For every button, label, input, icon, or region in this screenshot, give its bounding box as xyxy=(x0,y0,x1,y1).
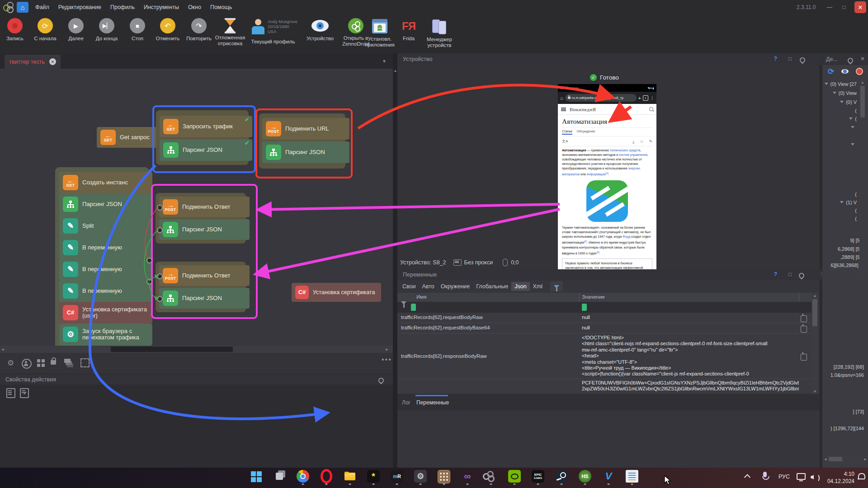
filter-button[interactable] xyxy=(550,282,563,291)
port-dot[interactable] xyxy=(157,296,163,302)
flow-node-replace-url[interactable]: →POST Подменить URL xyxy=(262,118,349,140)
pin-icon[interactable] xyxy=(848,58,853,65)
tree-node[interactable]: ] [73] xyxy=(853,409,864,414)
tab-auto[interactable]: Авто xyxy=(419,282,437,291)
menu-window[interactable]: Окно xyxy=(184,1,206,13)
scroll-right-icon[interactable]: ► xyxy=(385,347,389,352)
scroll-left-icon[interactable]: ◄ xyxy=(822,457,829,461)
scroll-up-icon[interactable]: ▲ xyxy=(393,68,397,73)
star-icon[interactable]: ☆ xyxy=(640,139,643,144)
name-filter-input[interactable] xyxy=(411,304,416,311)
settings-gear-icon[interactable]: ⚙ xyxy=(414,470,427,485)
device-view-button[interactable]: Устройство xyxy=(304,18,336,42)
port-dot[interactable] xyxy=(157,205,163,211)
microphone-icon[interactable] xyxy=(762,472,768,482)
minimize-button[interactable]: — xyxy=(825,4,835,11)
scroll-thumb[interactable] xyxy=(111,347,233,352)
tree-node[interactable]: (0) View xyxy=(833,90,857,96)
calculator-icon[interactable] xyxy=(438,470,450,485)
visual-studio-icon[interactable]: ∞ xyxy=(461,470,474,485)
table-row[interactable]: trafficRecords[62].responseBodyRaw <!DOC… xyxy=(397,333,811,379)
panel-splitter[interactable] xyxy=(393,53,397,468)
tree-node[interactable]: [228,192] [68] xyxy=(834,364,864,370)
copy-icon[interactable] xyxy=(802,314,803,322)
tab-close-icon[interactable]: ✕ xyxy=(49,58,56,65)
column-value[interactable]: Значение xyxy=(582,294,605,300)
frida-button[interactable]: FЯ Frida xyxy=(398,18,420,42)
steam-icon[interactable] xyxy=(555,470,568,485)
copy-icon[interactable] xyxy=(802,324,803,333)
grid-icon[interactable] xyxy=(37,359,40,362)
speaker-icon[interactable] xyxy=(810,473,819,480)
scroll-thumb[interactable] xyxy=(812,299,817,326)
restart-button[interactable]: ⟳ С начала xyxy=(30,18,61,42)
url-pill[interactable]: ru.m.wikipedia.org/wiki/Ручной_тр xyxy=(565,94,637,102)
tab-talk[interactable]: Обсуждение xyxy=(577,129,595,135)
scroll-up-icon[interactable]: ▲ xyxy=(859,80,866,85)
layers-icon[interactable] xyxy=(64,359,71,363)
pin-icon[interactable] xyxy=(799,273,804,280)
menu-file[interactable]: Файл xyxy=(31,1,54,13)
filter-funnel-icon[interactable] xyxy=(401,305,406,313)
scroll-left-icon[interactable]: ◄ xyxy=(1,347,5,352)
language-icon[interactable]: 文A xyxy=(562,139,568,144)
deferred-render-button[interactable]: Отложенная отрисовка xyxy=(214,18,246,46)
flow-node-create-instance[interactable]: ←GET Создать инстанс xyxy=(59,172,152,193)
tree-node[interactable]: 6][636,2868] [5 xyxy=(831,263,864,268)
tab-article[interactable]: Статья xyxy=(562,129,572,135)
value-filter-input[interactable] xyxy=(582,304,587,311)
port-dot[interactable] xyxy=(157,273,163,279)
tab-project[interactable]: твиттер тесть ✕ xyxy=(5,55,61,69)
record-button[interactable]: Запись xyxy=(5,18,25,42)
installed-apps-button[interactable]: Установл. приложения xyxy=(362,18,398,47)
flow-node-parse-json-m1[interactable]: Парсинг JSON xyxy=(159,219,250,240)
tree-node[interactable]: 1.0&rpsnv=166 xyxy=(830,372,864,378)
undo-button[interactable]: ↶ Отменить xyxy=(153,18,183,42)
tab-xml[interactable]: Xml xyxy=(530,282,546,291)
redo-button[interactable]: ↷ Повторить xyxy=(184,18,214,42)
network-icon[interactable] xyxy=(797,473,806,480)
explorer-icon[interactable] xyxy=(344,470,356,485)
table-row[interactable]: PCFET0NUWVBFIGh0bWw+CjxodG1sIGNsYXNzPSJj… xyxy=(397,379,811,394)
tree-node[interactable]: ( xyxy=(855,216,857,221)
phone-url-bar[interactable]: ⌂ ru.m.wikipedia.org/wiki/Ручной_тр + 1 … xyxy=(558,92,656,104)
maximize-button[interactable]: □ xyxy=(839,4,849,11)
settings-gear-icon[interactable]: ⚙ xyxy=(7,358,14,368)
table-row[interactable]: trafficRecords[62].requestBodyRaw null xyxy=(397,313,811,323)
flow-node-parse-json[interactable]: Парсинг JSON xyxy=(59,193,152,215)
edit-pencil-icon[interactable]: ✎ xyxy=(649,139,652,144)
help-icon[interactable]: ? xyxy=(774,271,777,277)
column-name[interactable]: Имя xyxy=(416,294,426,300)
menu-tools[interactable]: Инструменты xyxy=(139,1,184,13)
copy-icon[interactable] xyxy=(802,352,803,361)
tree-node[interactable]: ( xyxy=(855,192,857,197)
variables-vscrollbar[interactable]: ▲ ▼ xyxy=(811,293,818,395)
flow-node-request-traffic[interactable]: ←GET Запросить трафик ✔ xyxy=(160,116,252,137)
run-to-end-button[interactable]: ▶▏ До конца xyxy=(92,18,121,42)
task-view-button[interactable] xyxy=(273,470,286,485)
flow-node-launch-browser[interactable]: ⚙ Запуск браузера с перехватом трафика xyxy=(59,324,152,345)
step-button[interactable]: ▶ Далее xyxy=(64,18,88,42)
epic-games-icon[interactable]: EPICGAMES xyxy=(532,470,544,485)
scroll-up-icon[interactable]: ▲ xyxy=(811,293,818,298)
browser-menu-icon[interactable]: ⋮ xyxy=(650,96,654,100)
maximize-panel-icon[interactable]: □ xyxy=(788,271,792,277)
flow-node-replace-response-1[interactable]: →POST Подменить Ответ xyxy=(159,197,250,217)
tab-variables[interactable]: Переменные xyxy=(416,399,449,406)
tree-node[interactable]: (1) V xyxy=(840,200,857,205)
close-button[interactable]: ✕ xyxy=(854,1,866,13)
hearthstone-icon[interactable]: HS xyxy=(579,470,591,485)
tree-node[interactable] xyxy=(851,142,857,147)
flow-node-install-cert[interactable]: C# Установка сертификата xyxy=(292,283,381,302)
tree-hscrollbar[interactable]: ◄ ► xyxy=(822,455,868,463)
flow-node-split[interactable]: ✎ Split xyxy=(59,215,152,237)
scroll-thumb[interactable] xyxy=(860,86,865,117)
flow-node-replace-response-2[interactable]: →POST Подменить Ответ xyxy=(159,265,250,286)
tab-environment[interactable]: Окружение xyxy=(438,282,473,291)
flow-node-to-variable-3[interactable]: ✎ В переменную xyxy=(59,280,152,302)
tree-node[interactable]: (0) View [27 xyxy=(825,81,857,87)
record-icon[interactable] xyxy=(856,68,863,75)
profile-person-icon[interactable] xyxy=(22,359,32,369)
lock-icon[interactable] xyxy=(51,360,56,365)
download-icon[interactable]: ↓ xyxy=(632,140,634,143)
